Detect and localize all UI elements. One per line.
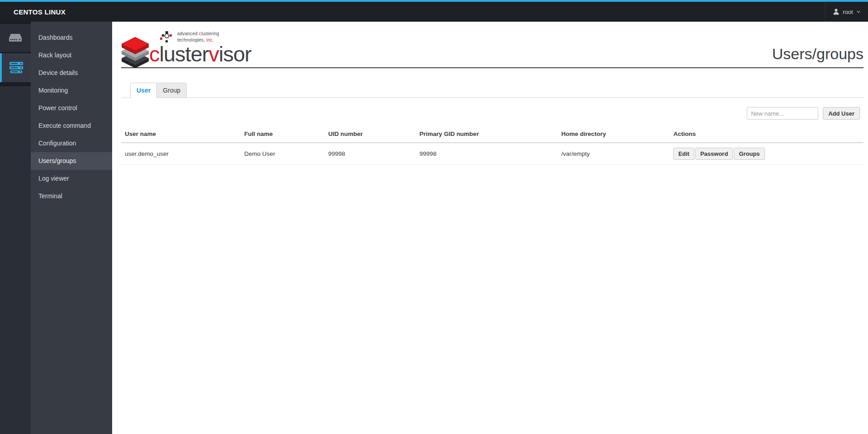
cell-full-name: Demo User — [241, 143, 325, 165]
user-menu[interactable]: root — [825, 2, 868, 22]
cell-user-name: user.demo_user — [121, 143, 241, 165]
col-header-uid-number: UID number — [325, 127, 416, 143]
tagline-part: technologies, — [177, 37, 207, 42]
sidebar-item-users-groups[interactable]: Users/groups — [31, 152, 112, 170]
col-header-home-directory: Home directory — [557, 127, 670, 143]
password-button[interactable]: Password — [695, 148, 733, 160]
users-table: User name Full name UID number Primary G… — [121, 127, 863, 165]
col-header-user-name: User name — [121, 127, 241, 143]
chevron-down-icon — [857, 10, 860, 14]
top-bar: CENTOS LINUX root — [0, 0, 868, 22]
user-icon — [833, 9, 839, 15]
cell-home-directory: /var/empty — [557, 143, 670, 165]
sidebar-item-dashboards[interactable]: Dashboards — [31, 29, 112, 47]
sidebar-item-rack-layout[interactable]: Rack layout — [31, 47, 112, 64]
sidebar-item-log-viewer[interactable]: Log viewer — [31, 170, 112, 187]
wordmark-part: luster — [160, 42, 209, 66]
sidebar-item-execute-command[interactable]: Execute command — [31, 117, 112, 135]
sidebar-item-power-control[interactable]: Power control — [31, 99, 112, 117]
tab-group[interactable]: Group — [156, 83, 187, 98]
new-name-input[interactable] — [747, 107, 818, 120]
tab-user[interactable]: User — [130, 83, 157, 98]
wordmark-part: c — [149, 42, 160, 66]
sidebar-item-terminal[interactable]: Terminal — [31, 187, 112, 205]
wordmark-part: v — [208, 42, 219, 66]
tagline-part: cl — [199, 31, 203, 36]
server-rack-icon — [8, 33, 23, 42]
act-tagline: advanced clusteringtechnologies, inc. — [160, 31, 219, 43]
rail-item-devices[interactable] — [0, 53, 31, 82]
table-controls: Add User — [121, 107, 863, 120]
col-header-full-name: Full name — [241, 127, 325, 143]
main-content: clustervisor advanced clusteringtechnolo… — [112, 22, 868, 434]
sidebar-icon-rail — [0, 22, 31, 434]
clustervisor-cube-icon — [121, 35, 149, 68]
user-name-label: root — [843, 9, 853, 15]
sidebar-item-configuration[interactable]: Configuration — [31, 135, 112, 152]
rail-divider — [0, 82, 31, 86]
wordmark-part: isor — [219, 42, 251, 66]
rail-item-dashboard[interactable] — [0, 24, 31, 52]
tagline-part: ustering — [203, 31, 219, 36]
server-stack-icon — [9, 62, 24, 74]
edit-button[interactable]: Edit — [673, 148, 694, 160]
page-header: clustervisor advanced clusteringtechnolo… — [121, 22, 863, 68]
sidebar-menu: Dashboards Rack layout Device details Mo… — [31, 22, 112, 434]
os-brand-label: CENTOS LINUX — [0, 8, 66, 16]
tab-bar: User Group — [121, 83, 863, 98]
add-user-button[interactable]: Add User — [823, 107, 860, 120]
tagline-part: advanced — [177, 31, 199, 36]
col-header-primary-gid: Primary GID number — [416, 127, 558, 143]
clustervisor-wordmark: clustervisor — [149, 43, 251, 65]
page-title: Users/groups — [772, 45, 863, 63]
act-tagline-text: advanced clusteringtechnologies, inc. — [177, 31, 219, 43]
groups-button[interactable]: Groups — [734, 148, 764, 160]
tagline-part: inc. — [207, 37, 214, 42]
cell-actions: Edit Password Groups — [670, 143, 863, 165]
col-header-actions: Actions — [670, 127, 863, 143]
sidebar-item-monitoring[interactable]: Monitoring — [31, 82, 112, 99]
sidebar-item-device-details[interactable]: Device details — [31, 64, 112, 82]
cell-gid-number: 99998 — [416, 143, 558, 165]
cell-uid-number: 99998 — [325, 143, 416, 165]
table-row: user.demo_user Demo User 99998 99998 /va… — [121, 143, 863, 165]
table-header-row: User name Full name UID number Primary G… — [121, 127, 863, 143]
act-logo-mark-icon — [160, 31, 175, 43]
action-button-group: Edit Password Groups — [673, 148, 764, 160]
